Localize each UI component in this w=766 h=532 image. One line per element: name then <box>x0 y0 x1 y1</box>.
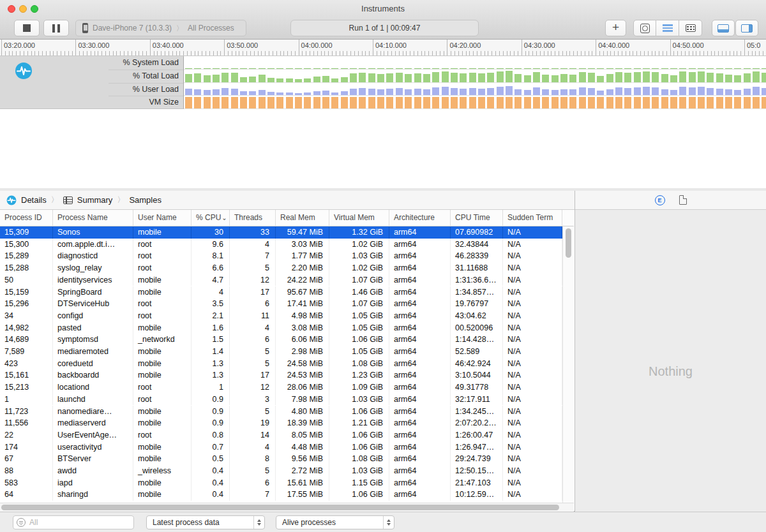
table-cell: 49.31778 <box>451 381 503 394</box>
toggle-right-pane-button[interactable] <box>735 20 758 36</box>
table-row[interactable]: 174useractivitydmobile0.744.48 MiB1.06 G… <box>0 441 562 454</box>
vertical-scrollbar-thumb[interactable] <box>566 228 571 258</box>
bar <box>405 89 412 96</box>
track-graph[interactable] <box>184 56 766 109</box>
bar <box>606 89 613 96</box>
table-row[interactable]: 7,589mediaremotedmobile1.452.98 MiB1.05 … <box>0 346 562 358</box>
bar <box>359 68 366 69</box>
bar <box>286 92 293 95</box>
table-row[interactable]: 583iapdmobile0.4615.61 MiB1.15 GiBarm642… <box>0 477 562 489</box>
stepper-icon <box>383 516 394 529</box>
table-cell: 0.4 <box>192 489 230 501</box>
bar <box>432 72 439 82</box>
bar <box>478 89 485 95</box>
table-row[interactable]: 1launchdroot0.937.98 MiB1.03 GiBarm6432:… <box>0 394 562 406</box>
add-instrument-button[interactable]: + <box>605 20 626 36</box>
bar <box>222 97 229 108</box>
bar <box>497 87 504 95</box>
bar <box>259 97 266 108</box>
bar <box>240 77 247 82</box>
run-info-display: Run 1 of 1 | 00:09:47 <box>290 20 479 36</box>
bar <box>716 89 723 95</box>
table-cell: 4.80 MiB <box>276 406 329 418</box>
column-header-virtual-mem[interactable]: Virtual Mem <box>329 210 389 226</box>
bar <box>569 68 576 69</box>
table-row[interactable]: 22UserEventAge…root0.8148.05 MiB1.06 GiB… <box>0 429 562 441</box>
column-header-user-name[interactable]: User Name <box>133 210 192 226</box>
breadcrumb-samples[interactable]: Samples <box>129 195 161 205</box>
bar <box>185 97 192 108</box>
stop-record-button[interactable] <box>14 20 40 36</box>
timeline-ruler[interactable]: 03:20.00003:30.00003:40.00003:50.00004:0… <box>0 40 766 56</box>
bar <box>204 68 211 69</box>
table-row[interactable]: 64sharingdmobile0.4717.55 MiB1.06 GiBarm… <box>0 489 562 501</box>
pause-icon <box>52 24 55 33</box>
bar <box>204 90 211 95</box>
process-scope-popup[interactable]: Alive processes <box>276 515 394 529</box>
column-header-cpu-time[interactable]: CPU Time <box>451 210 503 226</box>
table-cell: 1.06 GiB <box>329 334 389 346</box>
bar <box>478 97 485 108</box>
pause-button[interactable] <box>43 20 69 36</box>
horizontal-scrollbar[interactable] <box>0 503 574 512</box>
table-cell: arm64 <box>389 346 451 358</box>
table-row[interactable]: 14,982pastedmobile1.643.08 MiB1.05 GiBar… <box>0 322 562 334</box>
table-row[interactable]: 11,723nanomediare…mobile0.954.80 MiB1.06… <box>0 406 562 418</box>
column-header-process-name[interactable]: Process Name <box>53 210 133 226</box>
table-row[interactable]: 67BTServermobile0.589.56 MiB1.08 GiBarm6… <box>0 453 562 465</box>
column-header-real-mem[interactable]: Real Mem <box>276 210 329 226</box>
table-row[interactable]: 15,296DTServiceHubroot3.5617.41 MiB1.07 … <box>0 298 562 310</box>
extended-detail-icon[interactable]: E <box>655 195 665 205</box>
table-row[interactable]: 34configdroot2.1114.98 MiB1.05 GiBarm644… <box>0 310 562 322</box>
column-header--cpu[interactable]: % CPU⌄ <box>192 210 230 226</box>
bar <box>341 97 348 108</box>
column-header-threads[interactable]: Threads <box>230 210 276 226</box>
table-cell: root <box>133 250 192 262</box>
table-row[interactable]: 88awdd_wireless0.452.72 MiB1.03 GiBarm64… <box>0 465 562 477</box>
toggle-bottom-pane-button[interactable] <box>712 20 735 36</box>
table-row[interactable]: 50identityservicesmobile4.71224.22 MiB1.… <box>0 274 562 286</box>
column-header-architecture[interactable]: Architecture <box>389 210 451 226</box>
horizontal-scrollbar-thumb[interactable] <box>1 505 559 510</box>
table-cell: 4 <box>230 322 276 334</box>
chevron-separator: 〉 <box>176 24 183 33</box>
table-cell: 07.690982 <box>451 226 503 239</box>
table-cell: 5 <box>230 346 276 358</box>
column-header-sudden-term[interactable]: Sudden Term <box>503 210 562 226</box>
breadcrumb-details[interactable]: Details <box>21 195 47 205</box>
bar <box>460 68 467 69</box>
table-cell: 1.08 GiB <box>329 358 389 370</box>
run-info-icon[interactable] <box>679 195 687 205</box>
filter-input[interactable]: All <box>13 515 134 529</box>
instruments-view-button[interactable] <box>633 20 656 36</box>
table-row[interactable]: 15,161backboarddmobile1.31724.53 MiB1.23… <box>0 369 562 381</box>
track-label-panel[interactable]: % System Load% Total Load% User LoadVM S… <box>0 56 184 109</box>
table-cell: 12 <box>230 381 276 394</box>
table-row[interactable]: 14,689symptomsd_networkd1.566.06 MiB1.06… <box>0 334 562 346</box>
table-cell: mediaremoted <box>53 346 133 358</box>
table-cell: _wireless <box>133 465 192 477</box>
table-row[interactable]: 15,300com.apple.dt.i…root9.643.03 MiB1.0… <box>0 239 562 251</box>
table-cell: 11,723 <box>0 406 53 418</box>
list-view-button[interactable] <box>656 20 679 36</box>
table-row[interactable]: 423coreduetdmobile1.3524.58 MiB1.08 GiBa… <box>0 358 562 370</box>
table-cell: 24.22 MiB <box>276 274 329 286</box>
table-cell: iapd <box>53 477 133 489</box>
bar <box>661 74 668 82</box>
grid-view-button[interactable] <box>679 20 702 36</box>
sort-descending-icon: ⌄ <box>222 214 227 221</box>
table-row[interactable]: 15,288syslog_relayroot6.652.20 MiB1.02 G… <box>0 262 562 274</box>
table-cell: 33 <box>230 226 276 239</box>
table-row[interactable]: 15,159SpringBoardmobile41795.67 MiB1.46 … <box>0 286 562 299</box>
device-target-selector[interactable]: Dave-iPhone 7 (10.3.3) 〉 All Processes <box>75 20 246 36</box>
table-row[interactable]: 11,556mediaserverdmobile0.91918.39 MiB1.… <box>0 417 562 429</box>
process-table-header: Process IDProcess NameUser Name% CPU⌄Thr… <box>0 210 574 226</box>
breadcrumb-summary[interactable]: Summary <box>77 195 113 205</box>
table-row[interactable]: 15,309Sonosmobile303359.47 MiB1.32 GiBar… <box>0 226 562 239</box>
data-source-popup[interactable]: Latest process data <box>146 515 265 529</box>
table-row[interactable]: 15,213locationdroot11228.06 MiB1.09 GiBa… <box>0 381 562 394</box>
table-row[interactable]: 15,289diagnosticdroot8.171.77 MiB1.03 Gi… <box>0 250 562 262</box>
table-cell: 2.1 <box>192 310 230 322</box>
column-header-process-id[interactable]: Process ID <box>0 210 53 226</box>
vertical-scrollbar[interactable] <box>562 226 574 503</box>
